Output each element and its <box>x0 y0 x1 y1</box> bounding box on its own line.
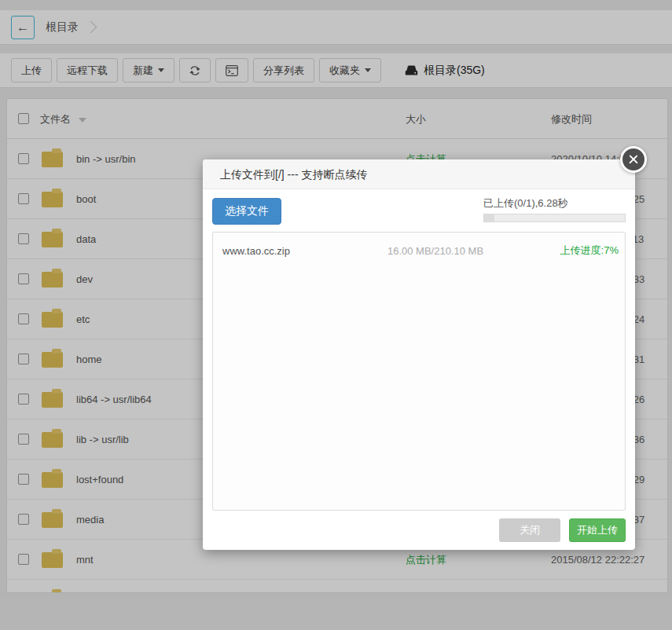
upload-progress-bar <box>483 214 626 222</box>
choose-file-button[interactable]: 选择文件 <box>212 198 281 225</box>
upload-file-progress: 上传进度:7% <box>526 244 619 258</box>
upload-progress-fill <box>484 214 494 222</box>
upload-file-name: www.tao.cc.zip <box>222 245 345 257</box>
upload-dialog: 上传文件到[/] --- 支持断点续传 选择文件 已上传(0/1),6.28秒 … <box>203 159 635 550</box>
upload-file-size: 16.00 MB/210.10 MB <box>345 245 526 257</box>
upload-file-row[interactable]: www.tao.cc.zip 16.00 MB/210.10 MB 上传进度:7… <box>213 233 625 269</box>
close-button[interactable]: 关闭 <box>499 518 560 542</box>
dialog-footer: 关闭 开始上传 <box>203 511 635 550</box>
dialog-header: 上传文件到[/] --- 支持断点续传 <box>203 159 635 189</box>
upload-stats-text: 已上传(0/1),6.28秒 <box>483 197 568 209</box>
upload-file-list: www.tao.cc.zip 16.00 MB/210.10 MB 上传进度:7… <box>212 232 626 511</box>
dialog-title: 上传文件到[/] --- 支持断点续传 <box>220 168 367 181</box>
upload-stats: 已上传(0/1),6.28秒 <box>483 196 626 222</box>
start-upload-button[interactable]: 开始上传 <box>569 518 626 542</box>
dialog-close-icon[interactable] <box>620 146 647 173</box>
